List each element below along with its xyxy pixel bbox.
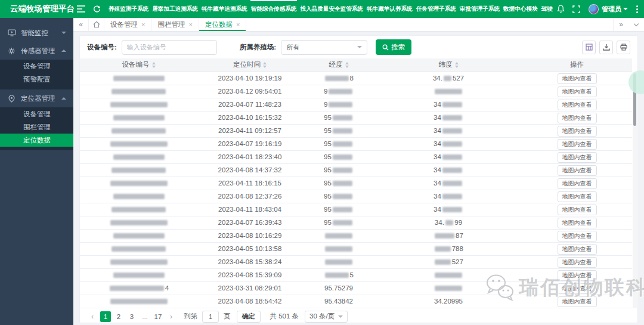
more-vertical-icon[interactable] bbox=[634, 5, 640, 13]
view-in-map-button[interactable]: 地图内查看 bbox=[558, 218, 597, 228]
latitude-cell: 34.99 bbox=[375, 216, 522, 229]
sort-asc-icon bbox=[455, 62, 459, 64]
sidebar-item-设备管理[interactable]: 设备管理 bbox=[0, 60, 73, 73]
view-in-map-button[interactable]: 地图内查看 bbox=[558, 257, 597, 268]
censored-value bbox=[113, 233, 165, 239]
navbar-right: 管理员 bbox=[553, 0, 644, 18]
nav-menu-item[interactable]: 驾驶舱 bbox=[540, 0, 553, 18]
longitude-cell bbox=[302, 242, 375, 255]
view-in-map-button[interactable]: 地图内查看 bbox=[558, 113, 597, 123]
sidebar-item-预警配置[interactable]: 预警配置 bbox=[0, 73, 73, 86]
censored-value bbox=[110, 102, 168, 107]
nav-menu-item[interactable]: 数据中心模块 bbox=[501, 0, 540, 18]
tab-menu-icon[interactable] bbox=[628, 18, 644, 31]
home-icon[interactable] bbox=[89, 18, 104, 31]
sort-asc-icon bbox=[152, 62, 156, 64]
censored-value bbox=[112, 168, 166, 173]
nav-menu-item[interactable]: 任务管理子系统 bbox=[414, 0, 458, 18]
nav-menu-item[interactable]: 牦牛藏羊追溯系统 bbox=[200, 0, 249, 18]
column-settings-button[interactable] bbox=[582, 41, 596, 54]
censored-value bbox=[333, 154, 352, 160]
view-in-map-button[interactable]: 地图内查看 bbox=[558, 270, 597, 281]
page-number-2[interactable]: 2 bbox=[113, 311, 124, 322]
close-icon[interactable]: × bbox=[188, 21, 192, 28]
hamburger-icon[interactable] bbox=[73, 0, 89, 18]
jump-page-input[interactable] bbox=[202, 311, 219, 323]
censored-value bbox=[110, 299, 168, 304]
next-page-button[interactable]: › bbox=[166, 311, 177, 322]
sidebar-item-设备管理[interactable]: 设备管理 bbox=[0, 107, 73, 120]
view-in-map-button[interactable]: 地图内查看 bbox=[558, 231, 597, 242]
nav-menu-item[interactable]: 投入品质量安全监管系统 bbox=[298, 0, 365, 18]
censored-value bbox=[325, 273, 349, 278]
page-number-1[interactable]: 1 bbox=[100, 311, 111, 322]
device-no-cell bbox=[80, 85, 197, 98]
time-cell: 2023-04-01 18:23:40 bbox=[197, 150, 302, 163]
view-in-map-button[interactable]: 地图内查看 bbox=[558, 205, 597, 215]
export-button[interactable] bbox=[599, 41, 613, 54]
sort-icon[interactable] bbox=[263, 62, 267, 68]
collapse-tabs-icon[interactable]: « bbox=[73, 18, 89, 31]
sidebar-item-围栏管理[interactable]: 围栏管理 bbox=[0, 120, 73, 134]
sidebar-group-智能监控[interactable]: 智能监控 bbox=[0, 24, 73, 42]
column-header-经度[interactable]: 经度 bbox=[302, 58, 375, 72]
user-avatar[interactable] bbox=[589, 4, 599, 14]
nav-menu-item[interactable]: 牦牛藏羊认养系统 bbox=[365, 0, 414, 18]
view-in-map-button[interactable]: 地图内查看 bbox=[558, 191, 597, 202]
close-icon[interactable]: × bbox=[141, 21, 145, 28]
column-header-纬度[interactable]: 纬度 bbox=[375, 58, 522, 72]
prev-page-button[interactable]: ‹ bbox=[87, 311, 98, 322]
view-in-map-button[interactable]: 地图内查看 bbox=[558, 152, 597, 163]
action-cell: 地图内查看 bbox=[522, 98, 632, 111]
censored-value bbox=[435, 246, 451, 252]
fullscreen-icon[interactable] bbox=[568, 0, 584, 18]
nav-menu-item[interactable]: 审批管理子系统 bbox=[458, 0, 501, 18]
view-in-map-button[interactable]: 地图内查看 bbox=[558, 283, 597, 294]
user-menu[interactable]: 管理员 bbox=[602, 5, 628, 14]
search-button[interactable]: 搜索 bbox=[376, 39, 411, 55]
table-row: 2023-04-01 18:23:409534地图内查看 bbox=[80, 150, 632, 163]
view-in-map-button[interactable]: 地图内查看 bbox=[558, 244, 597, 255]
view-in-map-button[interactable]: 地图内查看 bbox=[558, 165, 597, 176]
nav-menu-item[interactable]: 屠宰加工追溯系统 bbox=[150, 0, 200, 18]
sort-desc-icon bbox=[152, 66, 156, 68]
column-header-定位时间[interactable]: 定位时间 bbox=[197, 58, 302, 72]
view-in-map-button[interactable]: 地图内查看 bbox=[558, 86, 597, 97]
action-cell: 地图内查看 bbox=[522, 242, 632, 255]
farm-select[interactable]: 所有 bbox=[281, 40, 367, 55]
sidebar-item-定位数据[interactable]: 定位数据 bbox=[0, 134, 73, 147]
sort-icon[interactable] bbox=[152, 62, 156, 68]
sidebar-group-传感器管理[interactable]: 传感器管理 bbox=[0, 42, 73, 60]
table-scrollbar[interactable] bbox=[633, 72, 637, 308]
action-cell: 地图内查看 bbox=[522, 124, 632, 137]
nav-menu-item[interactable]: 养殖监测子系统 bbox=[107, 0, 150, 18]
tab-围栏管理[interactable]: 围栏管理× bbox=[151, 18, 199, 31]
jump-confirm-button[interactable]: 确定 bbox=[237, 311, 261, 323]
close-icon[interactable]: × bbox=[236, 21, 240, 28]
page-size-select[interactable]: 30 条/页 bbox=[305, 311, 348, 323]
nav-menu-item[interactable]: 智能综合传感系统 bbox=[249, 0, 299, 18]
bell-icon[interactable] bbox=[553, 0, 568, 18]
expand-tabs-icon[interactable]: » bbox=[613, 18, 628, 31]
table-row: 2023-04-08 14:37:329534地图内查看 bbox=[80, 163, 632, 177]
column-header-设备编号[interactable]: 设备编号 bbox=[80, 58, 197, 72]
view-in-map-button[interactable]: 地图内查看 bbox=[558, 296, 597, 307]
refresh-icon[interactable] bbox=[89, 0, 104, 18]
device-no-cell bbox=[80, 177, 197, 190]
tab-定位数据[interactable]: 定位数据× bbox=[199, 18, 246, 31]
view-in-map-button[interactable]: 地图内查看 bbox=[558, 178, 597, 189]
page-number-3[interactable]: 3 bbox=[126, 311, 137, 322]
view-in-map-button[interactable]: 地图内查看 bbox=[558, 126, 597, 137]
device-no-input[interactable] bbox=[122, 40, 217, 55]
view-in-map-button[interactable]: 地图内查看 bbox=[558, 139, 597, 150]
tab-设备管理[interactable]: 设备管理× bbox=[104, 18, 151, 31]
sidebar-group-定位器管理[interactable]: 定位器管理 bbox=[0, 89, 73, 107]
sort-icon[interactable] bbox=[345, 62, 349, 68]
sidebar-group-label: 智能监控 bbox=[21, 29, 61, 38]
view-in-map-button[interactable]: 地图内查看 bbox=[558, 73, 597, 84]
page-number-17[interactable]: 17 bbox=[153, 311, 163, 322]
sort-icon[interactable] bbox=[455, 62, 459, 68]
action-cell: 地图内查看 bbox=[522, 85, 632, 98]
view-in-map-button[interactable]: 地图内查看 bbox=[558, 100, 597, 110]
print-button[interactable] bbox=[617, 41, 630, 54]
